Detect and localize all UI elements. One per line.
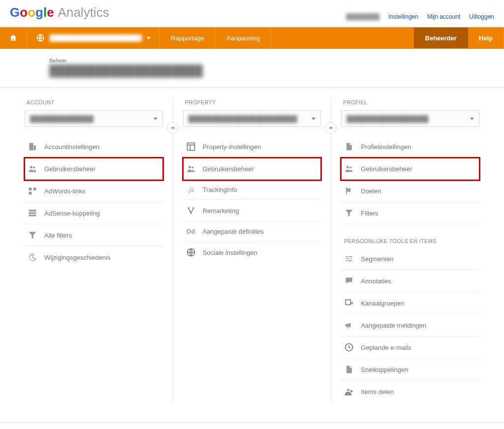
segments-icon	[344, 254, 354, 264]
layout-icon	[186, 142, 196, 152]
col-profile: PROFIEL ██████████████████ Profielinstel…	[331, 97, 489, 402]
item-property-settings[interactable]: Property-instellingen	[183, 136, 321, 158]
nav-admin-label: Beheerder	[425, 34, 457, 42]
item-label: Trackinginfo	[203, 186, 237, 193]
dd-icon: Dd	[186, 228, 196, 235]
property-select[interactable]: ████████████████████████	[183, 110, 321, 127]
account-select-value: ██████████████	[30, 115, 94, 123]
breadcrumb: Beheer	[0, 58, 504, 64]
nav-spacer	[271, 28, 414, 48]
globe-icon	[36, 33, 45, 42]
nav-help[interactable]: Help	[468, 28, 504, 48]
link-myaccount[interactable]: Mijn account	[427, 13, 460, 20]
item-segments[interactable]: Segmenten	[341, 248, 479, 270]
users-icon	[186, 164, 196, 174]
chevron-down-icon	[470, 118, 474, 120]
topbar: Google Analytics ████████ Instellingen M…	[0, 0, 504, 27]
admin-columns: ACCOUNT ██████████████ Accountinstelling…	[0, 88, 504, 422]
chevron-down-icon	[312, 118, 315, 120]
arrow-right-icon	[328, 125, 334, 131]
item-account-users[interactable]: Gebruikersbeheer	[25, 158, 163, 180]
col-property-header: PROPERTY	[185, 99, 321, 105]
navbar: ██████████████████████ Rapportage Aanpas…	[0, 27, 504, 49]
speech-icon	[344, 276, 354, 286]
flag-icon	[344, 186, 354, 196]
arrow-right-icon	[170, 125, 176, 131]
footer: © 2013 Google | Analytics Startpagina | …	[0, 423, 504, 429]
building-icon	[28, 142, 37, 152]
account-select[interactable]: ██████████████	[25, 110, 163, 127]
item-label: Gebruikersbeheer	[361, 165, 412, 173]
nav-selector-text: ██████████████████████	[50, 35, 142, 41]
chevron-down-icon	[154, 118, 158, 120]
page-header: Beheer ████████████████████	[0, 49, 504, 87]
item-label: Segmenten	[361, 255, 394, 263]
product-name: Analytics	[58, 5, 109, 20]
item-label: Gebruikersbeheer	[44, 165, 95, 173]
item-annotations[interactable]: Annotaties	[341, 270, 479, 292]
item-label: Property-instellingen	[203, 143, 261, 151]
item-allfilters[interactable]: Alle filters	[25, 224, 163, 246]
item-alerts[interactable]: Aangepaste meldingen	[341, 314, 479, 337]
profile-select[interactable]: ██████████████████	[341, 110, 479, 127]
page-icon	[344, 365, 354, 374]
boxarrow-icon	[344, 298, 354, 308]
item-label: AdSense-koppeling	[44, 210, 100, 217]
item-property-users[interactable]: Gebruikersbeheer	[183, 158, 321, 180]
home-icon	[9, 33, 18, 42]
nav-reporting-label: Rapportage	[171, 34, 204, 42]
page-title: ████████████████████	[0, 64, 203, 87]
item-label: Profielinstellingen	[361, 143, 411, 151]
item-label: Aangepaste meldingen	[361, 322, 426, 329]
item-label: Kanaalgroepen	[361, 300, 404, 307]
item-profile-users[interactable]: Gebruikersbeheer	[341, 158, 479, 180]
item-channelgroups[interactable]: Kanaalgroepen	[341, 292, 479, 314]
personplus-icon	[344, 387, 354, 397]
chevron-down-icon	[147, 37, 151, 39]
link-settings[interactable]: Instellingen	[388, 13, 418, 20]
item-share[interactable]: Items delen	[341, 381, 479, 402]
link-logout[interactable]: Uitloggen	[469, 13, 494, 20]
item-label: Wijzigingsgeschiedenis	[44, 254, 110, 261]
item-label: Doelen	[361, 187, 381, 195]
nav-reporting[interactable]: Rapportage	[160, 28, 216, 48]
item-profile-settings[interactable]: Profielinstellingen	[341, 136, 479, 158]
col-property: PROPERTY ████████████████████████ Proper…	[173, 97, 331, 263]
page-icon	[344, 142, 354, 152]
nav-property-selector[interactable]: ██████████████████████	[27, 28, 160, 48]
funnel-icon	[28, 230, 37, 240]
item-label: AdWords-links	[44, 187, 86, 195]
item-social[interactable]: Sociale instellingen	[183, 242, 321, 263]
item-history[interactable]: Wijzigingsgeschiedenis	[25, 246, 163, 268]
account-email-blurred: ████████	[346, 13, 379, 20]
item-label: Gebruikersbeheer	[203, 165, 254, 173]
item-label: Items delen	[361, 388, 394, 396]
item-filters[interactable]: Filters	[341, 202, 479, 224]
item-shortcuts[interactable]: Snelkoppelingen	[341, 359, 479, 381]
item-customdef[interactable]: DdAangepaste definities	[183, 222, 321, 242]
item-goals[interactable]: Doelen	[341, 180, 479, 202]
item-emails[interactable]: Geplande e-mails	[341, 337, 479, 359]
history-icon	[28, 252, 37, 262]
item-account-settings[interactable]: Accountinstellingen	[25, 136, 163, 158]
item-label: Filters	[361, 210, 378, 217]
nav-home[interactable]	[0, 28, 27, 48]
item-adsense[interactable]: AdSense-koppeling	[25, 202, 163, 224]
item-adwords[interactable]: AdWords-links	[25, 180, 163, 202]
nav-customization[interactable]: Aanpassing	[216, 28, 271, 48]
item-label: Alle filters	[44, 232, 72, 239]
item-tracking[interactable]: .jsTrackinginfo	[183, 180, 321, 200]
property-select-value: ████████████████████████	[189, 115, 297, 123]
item-label: Remarketing	[203, 207, 239, 214]
item-remarketing[interactable]: Remarketing	[183, 200, 321, 222]
megaphone-icon	[344, 320, 354, 330]
listblock-icon	[28, 208, 37, 218]
google-logo: Google	[10, 5, 54, 20]
globe-icon	[186, 247, 196, 257]
js-icon: .js	[186, 186, 196, 193]
item-label: Accountinstellingen	[44, 143, 99, 151]
nav-help-label: Help	[479, 34, 493, 42]
item-label: Annotaties	[361, 277, 391, 285]
share-icon	[186, 206, 196, 215]
nav-admin[interactable]: Beheerder	[414, 28, 468, 48]
